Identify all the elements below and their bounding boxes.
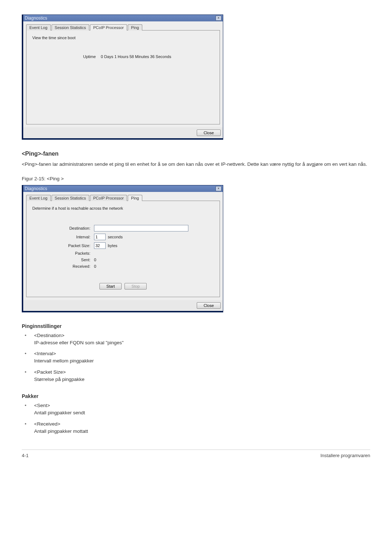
list-term: <Sent> [34,402,370,409]
tab-session-statistics[interactable]: Session Statistics [52,24,89,30]
diagnostics-dialog-ping: Diagnostics × Event Log Session Statisti… [22,185,223,312]
dialog-titlebar: Diagnostics × [23,185,223,192]
sent-label: Sent: [32,258,94,262]
dialog-body: Event Log Session Statistics PCoIP Proce… [23,21,223,127]
ping-tab-description: <Ping>-fanen lar administratoren sende e… [22,161,370,168]
uptime-row: Uptime 0 Days 1 Hours 58 Minutes 36 Seco… [32,54,214,59]
heading-ping-settings: Pinginnstillinger [22,323,370,329]
tab-session-statistics[interactable]: Session Statistics [52,195,89,201]
list-term: <Received> [34,420,370,428]
list-term: <Interval> [34,350,370,357]
packet-size-input[interactable] [94,242,106,249]
tab-pcoip-processor[interactable]: PCoIP Processor [90,24,127,30]
tab-event-log[interactable]: Event Log [26,195,51,201]
heading-packets: Pakker [22,393,370,399]
tab-ping[interactable]: Ping [128,24,142,30]
interval-unit: seconds [108,235,123,239]
received-label: Received: [32,264,94,268]
interval-input[interactable] [94,234,106,240]
interval-row: Interval: seconds [32,234,214,240]
list-item: <Received> Antall pingpakker mottatt [22,420,370,435]
ping-settings-list: <Destination> IP-adresse eller FQDN som … [22,332,370,383]
heading-ping-tab: <Ping>-fanen [22,151,370,157]
tabstrip: Event Log Session Statistics PCoIP Proce… [26,195,220,201]
close-button[interactable]: Close [197,302,221,309]
dialog-title: Diagnostics [25,16,47,21]
packet-size-label: Packet Size: [32,243,94,248]
dialog-body: Event Log Session Statistics PCoIP Proce… [23,192,223,300]
destination-label: Destination: [32,226,94,230]
interval-label: Interval: [32,235,94,239]
panel-description: Determine if a host is reachable across … [32,206,214,210]
ping-action-buttons: Start Stop [32,283,214,290]
dialog-title: Diagnostics [25,186,47,191]
figure-label: Figur 2-15: <Ping > [22,176,370,181]
packets-row: Packets: [32,251,214,255]
close-button[interactable]: Close [197,130,221,136]
tab-panel-pcoip: View the time since boot Uptime 0 Days 1… [26,30,220,124]
packets-list: <Sent> Antall pingpakker sendt <Received… [22,402,370,435]
packet-size-row: Packet Size: bytes [32,242,214,249]
list-desc: IP-adresse eller FQDN som skal "pinges" [34,339,370,346]
list-desc: Størrelse på pingpakke [34,376,370,383]
uptime-label: Uptime [83,54,96,59]
destination-row: Destination: [32,225,214,231]
tab-pcoip-processor[interactable]: PCoIP Processor [90,195,127,201]
dialog-button-bar: Close [23,127,223,138]
list-item: <Interval> Intervall mellom pingpakker [22,350,370,365]
received-row: Received: 0 [32,264,214,268]
sent-value: 0 [94,258,96,262]
list-desc: Intervall mellom pingpakker [34,357,370,365]
list-item: <Destination> IP-adresse eller FQDN som … [22,332,370,347]
tabstrip: Event Log Session Statistics PCoIP Proce… [26,24,220,30]
dialog-button-bar: Close [23,300,223,311]
diagnostics-dialog-pcoip: Diagnostics × Event Log Session Statisti… [22,15,223,140]
panel-description: View the time since boot [32,36,214,40]
list-item: <Sent> Antall pingpakker sendt [22,402,370,417]
tab-panel-ping: Determine if a host is reachable across … [26,201,220,297]
sent-row: Sent: 0 [32,258,214,262]
list-item: <Packet Size> Størrelse på pingpakke [22,369,370,383]
packet-size-unit: bytes [108,243,117,248]
close-icon[interactable]: × [216,186,221,191]
dialog-titlebar: Diagnostics × [23,15,223,21]
page-footer: 4-1 Installere programvaren [22,450,370,458]
tab-event-log[interactable]: Event Log [26,24,51,30]
packets-label: Packets: [32,251,94,255]
list-desc: Antall pingpakker mottatt [34,428,370,435]
received-value: 0 [94,264,96,268]
list-term: <Packet Size> [34,369,370,376]
list-term: <Destination> [34,332,370,339]
tab-ping[interactable]: Ping [128,195,142,201]
footer-page-number: 4-1 [22,453,29,458]
stop-button: Stop [124,283,147,290]
destination-input[interactable] [94,225,188,231]
close-icon[interactable]: × [216,16,221,21]
start-button[interactable]: Start [99,283,122,290]
uptime-value: 0 Days 1 Hours 58 Minutes 36 Seconds [101,54,171,59]
footer-section-title: Installere programvaren [320,453,370,458]
list-desc: Antall pingpakker sendt [34,409,370,416]
